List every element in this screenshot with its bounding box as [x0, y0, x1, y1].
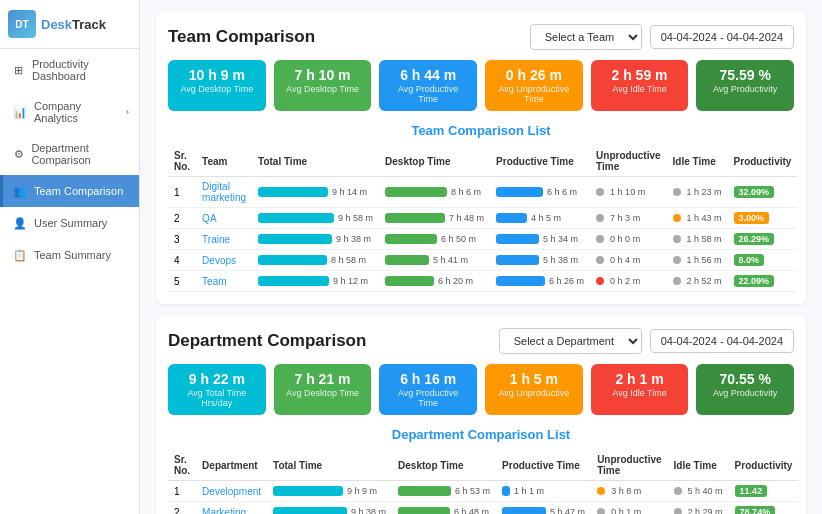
team-name-cell[interactable]: Team	[196, 271, 252, 292]
row-number: 4	[168, 250, 196, 271]
col-header: Sr. No.	[168, 450, 196, 481]
row-number: 2	[168, 502, 196, 515]
desktop-time: 6 h 53 m	[455, 486, 490, 496]
total-time-cell: 9 h 58 m	[252, 208, 379, 229]
productivity-cell: 78.74%	[729, 502, 799, 515]
sidebar-item-company[interactable]: 📊 Company Analytics ›	[0, 91, 139, 133]
row-number: 2	[168, 208, 196, 229]
stat-label: Avg Total Time Hrs/day	[178, 388, 256, 408]
stat-card-4: 2 h 59 m Avg Idle Time	[591, 60, 689, 111]
table-row: 5 Team 9 h 12 m 6 h 20 m 6 h 26 m	[168, 271, 797, 292]
stat-label: Avg Productivity	[706, 388, 784, 398]
dept-table-header: Sr. No.DepartmentTotal TimeDesktop TimeP…	[168, 450, 798, 481]
stat-label: Avg Desktop Time	[284, 84, 362, 94]
stat-value: 2 h 59 m	[601, 67, 679, 83]
chevron-icon: ›	[126, 107, 129, 117]
productivity-badge: 11.42	[735, 485, 768, 497]
unproductive-dot	[596, 214, 604, 222]
productivity-cell: 32.09%	[728, 177, 798, 208]
stat-card-1: 7 h 21 m Avg Desktop Time	[274, 364, 372, 415]
productivity-cell: 22.09%	[728, 271, 798, 292]
team-name-cell[interactable]: Marketing	[196, 502, 267, 515]
idle-time-cell: 1 h 43 m	[667, 208, 728, 229]
unproductive-time: 0 h 2 m	[610, 276, 640, 286]
productive-time: 5 h 34 m	[543, 234, 578, 244]
sidebar-label: Department Comparison	[31, 142, 129, 166]
unproductive-time-cell: 0 h 2 m	[590, 271, 666, 292]
row-number: 5	[168, 271, 196, 292]
sidebar-item-team[interactable]: 👥 Team Comparison	[0, 175, 139, 207]
sidebar-label: User Summary	[34, 217, 107, 229]
unproductive-time-cell: 0 h 1 m	[591, 502, 667, 515]
team-name-cell[interactable]: QA	[196, 208, 252, 229]
company-icon: 📊	[13, 105, 27, 119]
row-number: 1	[168, 177, 196, 208]
team-select[interactable]: Select a Team	[530, 24, 642, 50]
desktop-bar	[385, 234, 437, 244]
productivity-cell: 11.42	[729, 481, 799, 502]
stat-card-1: 7 h 10 m Avg Desktop Time	[274, 60, 372, 111]
sidebar-item-department[interactable]: ⚙ Department Comparison	[0, 133, 139, 175]
productive-time-cell: 1 h 1 m	[496, 481, 591, 502]
dept-date-range: 04-04-2024 - 04-04-2024	[650, 329, 794, 353]
total-time-cell: 9 h 12 m	[252, 271, 379, 292]
desktop-time-cell: 7 h 48 m	[379, 208, 490, 229]
unproductive-dot	[596, 235, 604, 243]
stat-card-2: 6 h 44 m Avg Productive Time	[379, 60, 477, 111]
team-name-cell[interactable]: Development	[196, 481, 267, 502]
team-name-cell[interactable]: Traine	[196, 229, 252, 250]
desktop-time: 7 h 48 m	[449, 213, 484, 223]
user-icon: 👤	[13, 216, 27, 230]
logo-icon: DT	[8, 10, 36, 38]
team-name-cell[interactable]: Devops	[196, 250, 252, 271]
idle-time: 1 h 23 m	[687, 187, 722, 197]
total-time: 9 h 14 m	[332, 187, 367, 197]
main-content: Team Comparison Select a Team 04-04-2024…	[140, 0, 822, 514]
table-row: 4 Devops 8 h 58 m 5 h 41 m 5 h 38 m	[168, 250, 797, 271]
logo: DT DeskTrack	[0, 0, 139, 49]
stat-label: Avg Desktop Time	[178, 84, 256, 94]
unproductive-time-cell: 0 h 4 m	[590, 250, 666, 271]
dept-select[interactable]: Select a Department	[499, 328, 642, 354]
stat-label: Avg Productive Time	[389, 84, 467, 104]
desktop-bar	[398, 507, 450, 514]
idle-time: 2 h 29 m	[688, 507, 723, 514]
total-time-cell: 9 h 14 m	[252, 177, 379, 208]
dept-stats-row: 9 h 22 m Avg Total Time Hrs/day7 h 21 m …	[168, 364, 794, 415]
sidebar-label: Productivity Dashboard	[32, 58, 129, 82]
productive-time-cell: 6 h 26 m	[490, 271, 590, 292]
productive-time-cell: 6 h 6 m	[490, 177, 590, 208]
stat-value: 10 h 9 m	[178, 67, 256, 83]
col-header: Total Time	[252, 146, 379, 177]
productivity-cell: 3.00%	[728, 208, 798, 229]
productive-time: 1 h 1 m	[514, 486, 544, 496]
desktop-time-cell: 6 h 20 m	[379, 271, 490, 292]
desktop-bar	[385, 276, 434, 286]
stat-card-4: 2 h 1 m Avg Idle Time	[591, 364, 689, 415]
productivity-badge: 3.00%	[734, 212, 770, 224]
total-time: 9 h 58 m	[338, 213, 373, 223]
col-header: Total Time	[267, 450, 392, 481]
productive-bar	[496, 255, 539, 265]
sidebar-item-user[interactable]: 👤 User Summary	[0, 207, 139, 239]
sidebar-item-productivity[interactable]: ⊞ Productivity Dashboard	[0, 49, 139, 91]
team-list-title: Team Comparison List	[168, 123, 794, 138]
idle-time-cell: 1 h 23 m	[667, 177, 728, 208]
sidebar: DT DeskTrack ⊞ Productivity Dashboard 📊 …	[0, 0, 140, 514]
stat-label: Avg Idle Time	[601, 388, 679, 398]
productivity-cell: 8.0%	[728, 250, 798, 271]
table-row: 3 Traine 9 h 38 m 6 h 50 m 5 h 34 m	[168, 229, 797, 250]
productivity-badge: 32.09%	[734, 186, 775, 198]
dept-comparison-table: Sr. No.DepartmentTotal TimeDesktop TimeP…	[168, 450, 798, 514]
total-time: 9 h 38 m	[336, 234, 371, 244]
stat-card-0: 9 h 22 m Avg Total Time Hrs/day	[168, 364, 266, 415]
dept-list-title: Department Comparison List	[168, 427, 794, 442]
sidebar-item-teamsummary[interactable]: 📋 Team Summary	[0, 239, 139, 271]
idle-time: 1 h 56 m	[687, 255, 722, 265]
stat-value: 6 h 44 m	[389, 67, 467, 83]
productive-time-cell: 4 h 5 m	[490, 208, 590, 229]
total-time: 9 h 12 m	[333, 276, 368, 286]
team-name-cell[interactable]: Digital marketing	[196, 177, 252, 208]
desktop-time-cell: 6 h 53 m	[392, 481, 496, 502]
sidebar-nav: ⊞ Productivity Dashboard 📊 Company Analy…	[0, 49, 139, 271]
